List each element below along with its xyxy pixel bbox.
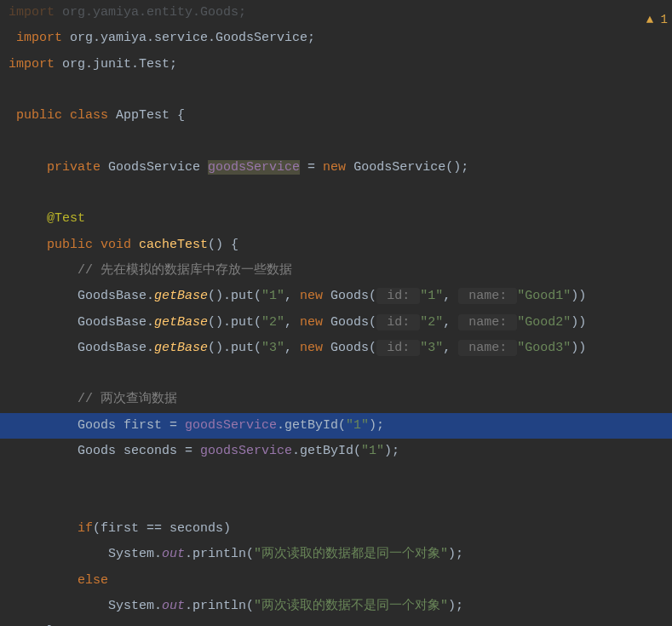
code-line[interactable]: GoodsBase.getBase().put("1", new Goods( … (0, 284, 672, 309)
brace: { (169, 108, 185, 123)
keyword: new (323, 160, 346, 175)
code-line[interactable]: else (0, 568, 672, 594)
param-hint: name: (458, 288, 517, 304)
class-ref: System. (108, 547, 162, 561)
constructor: Goods( (323, 289, 376, 303)
punct: ); (448, 547, 463, 561)
code-line[interactable]: public void cacheTest() { (0, 233, 672, 258)
keyword: import (16, 31, 62, 45)
string-literal: "3" (420, 341, 443, 355)
code-line[interactable]: if(first == seconds) (0, 516, 672, 542)
code-line[interactable]: System.out.println("两次读取的数据不是同一个对象"); (0, 594, 672, 619)
punct: , (443, 289, 458, 303)
string-literal: "1" (361, 444, 384, 458)
package-path: org.yamiya.entity.Goods; (62, 5, 246, 20)
keyword: new (300, 341, 323, 355)
var-decl: Goods first = (78, 418, 185, 433)
code-line[interactable]: public class AppTest { (0, 103, 672, 129)
code-line[interactable] (0, 78, 672, 103)
method-name: cacheTest (139, 238, 208, 252)
string-literal: "3" (261, 341, 284, 355)
keyword: if (78, 521, 93, 536)
code-line[interactable]: // 先在模拟的数据库中存放一些数据 (0, 258, 672, 284)
code-line[interactable] (0, 491, 672, 516)
code-line[interactable] (0, 361, 672, 387)
punct: ); (384, 444, 399, 458)
param-hint: id: (376, 340, 420, 356)
params: () { (208, 238, 238, 252)
string-literal: "1" (420, 289, 443, 303)
method-call: .println( (185, 599, 254, 613)
code-line[interactable]: Goods seconds = goodsService.getById("1"… (0, 439, 672, 464)
static-method: getBase (154, 289, 208, 303)
string-literal: "1" (261, 289, 284, 303)
punct: , (443, 315, 458, 330)
string-literal: "两次读取的数据不是同一个对象" (254, 599, 448, 613)
param-hint: id: (376, 288, 420, 304)
keyword: public (16, 108, 62, 123)
var-decl: Goods seconds = (78, 444, 200, 458)
keyword: void (93, 238, 139, 252)
constructor: Goods( (323, 341, 376, 355)
punct: ); (369, 418, 384, 433)
class-ref: System. (108, 599, 162, 613)
comment: // 两次查询数据 (78, 392, 177, 406)
code-line[interactable] (0, 129, 672, 154)
type: GoodsService (101, 160, 208, 175)
punct: , (443, 341, 458, 355)
punct: )) (571, 289, 586, 303)
operator: = (300, 160, 323, 175)
keyword: new (300, 289, 323, 303)
code-line[interactable]: @Test (0, 206, 672, 232)
string-literal: "两次读取的数据都是同一个对象" (254, 547, 448, 561)
code-line[interactable] (0, 181, 672, 206)
condition: (first == seconds) (93, 521, 231, 536)
keyword: class (70, 108, 108, 123)
string-literal: "Good1" (517, 289, 571, 303)
code-line[interactable]: GoodsBase.getBase().put("2", new Goods( … (0, 310, 672, 336)
keyword: import (9, 5, 55, 20)
code-line[interactable] (0, 464, 672, 490)
method-call: .getById( (277, 418, 346, 433)
code-line[interactable]: // 两次查询数据 (0, 387, 672, 412)
code-line[interactable]: import org.yamiya.entity.Goods; (0, 0, 672, 26)
class-ref: GoodsBase. (78, 315, 154, 330)
punct: , (284, 341, 300, 355)
static-method: getBase (154, 341, 208, 355)
keyword: import (9, 57, 55, 72)
class-ref: GoodsBase. (78, 341, 154, 355)
static-method: getBase (154, 315, 208, 330)
code-line[interactable]: private GoodsService goodsService = new … (0, 155, 672, 181)
method-call: .println( (185, 547, 254, 561)
class-name: AppTest (116, 108, 169, 123)
static-field: out (162, 599, 185, 613)
package-path: org.yamiya.service.GoodsService; (62, 31, 315, 45)
method-call: ().put( (208, 341, 261, 355)
param-hint: name: (458, 314, 517, 330)
punct: )) (571, 341, 586, 355)
code-line[interactable]: import org.yamiya.service.GoodsService; (0, 26, 672, 51)
code-line[interactable]: import org.junit.Test; (0, 52, 672, 78)
keyword: else (78, 573, 108, 588)
punct: ); (448, 599, 463, 613)
field-ref: goodsService (200, 444, 292, 458)
annotation: @Test (47, 211, 85, 226)
string-literal: "Good3" (517, 341, 571, 355)
code-line-selected[interactable]: Goods first = goodsService.getById("1"); (0, 413, 672, 439)
punct: )) (571, 315, 586, 330)
field-name-highlighted: goodsService (208, 160, 300, 175)
constructor: Goods( (323, 315, 376, 330)
field-ref: goodsService (185, 418, 277, 433)
code-editor[interactable]: ▲ 1 import org.yamiya.entity.Goods; impo… (0, 0, 672, 626)
string-literal: "Good2" (517, 315, 571, 330)
code-line[interactable]: System.out.println("两次读取的数据都是同一个对象"); (0, 542, 672, 567)
static-field: out (162, 547, 185, 561)
string-literal: "2" (261, 315, 284, 330)
string-literal: "1" (346, 418, 369, 433)
code-line[interactable]: GoodsBase.getBase().put("3", new Goods( … (0, 336, 672, 361)
code-line[interactable]: } (0, 619, 672, 626)
param-hint: id: (376, 314, 420, 330)
comment: // 先在模拟的数据库中存放一些数据 (78, 263, 292, 278)
punct: , (284, 289, 300, 303)
param-hint: name: (458, 340, 517, 356)
